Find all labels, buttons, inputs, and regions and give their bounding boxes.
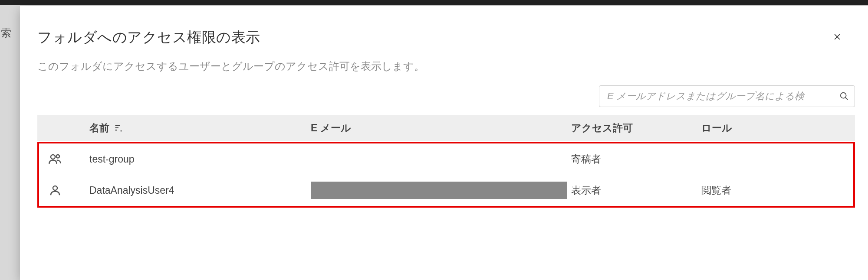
top-dark-bar <box>0 0 868 5</box>
sort-icon <box>115 124 122 133</box>
search-wrap <box>599 85 855 107</box>
modal-header: フォルダへのアクセス権限の表示 <box>20 6 868 47</box>
modal-title: フォルダへのアクセス権限の表示 <box>37 28 842 47</box>
col-role-header[interactable]: ロール <box>701 121 855 135</box>
col-role-label: ロール <box>701 122 732 133</box>
svg-rect-5 <box>115 127 119 128</box>
background-text-fragment: 索 <box>0 26 12 40</box>
svg-rect-4 <box>115 125 120 126</box>
svg-point-8 <box>51 155 55 159</box>
svg-point-2 <box>841 93 846 98</box>
access-permissions-modal: フォルダへのアクセス権限の表示 このフォルダにアクセスするユーザーとグループのア… <box>20 6 868 280</box>
table-row[interactable]: DataAnalysisUser4 表示者 閲覧者 <box>39 175 853 206</box>
svg-line-3 <box>845 98 848 100</box>
svg-point-7 <box>121 130 122 132</box>
svg-point-10 <box>53 186 57 190</box>
search-input[interactable] <box>599 85 855 107</box>
col-name-header[interactable]: 名前 <box>89 121 311 135</box>
col-permission-label: アクセス許可 <box>571 122 633 133</box>
col-email-label: E メール <box>311 122 351 133</box>
search-row <box>20 73 868 115</box>
group-icon <box>39 153 89 166</box>
svg-point-9 <box>56 155 60 158</box>
table-header-row: 名前 E メール アクセス許可 ロール <box>37 115 855 141</box>
table-row[interactable]: test-group 寄稿者 <box>39 143 853 175</box>
row-role: 閲覧者 <box>701 184 853 197</box>
email-redacted-block <box>311 182 567 199</box>
col-email-header[interactable]: E メール <box>311 121 571 135</box>
close-icon <box>833 33 842 41</box>
highlighted-rows-box: test-group 寄稿者 DataAnalysisUser4 表示者 閲覧者 <box>37 142 855 208</box>
svg-rect-6 <box>115 130 118 130</box>
col-name-label: 名前 <box>89 122 109 133</box>
row-email <box>311 182 571 199</box>
user-icon <box>39 184 89 197</box>
row-permission: 寄稿者 <box>571 153 701 166</box>
permissions-table: 名前 E メール アクセス許可 ロール <box>20 115 868 208</box>
search-icon <box>839 91 849 101</box>
row-permission: 表示者 <box>571 184 701 197</box>
row-name: DataAnalysisUser4 <box>89 185 311 196</box>
close-button[interactable] <box>831 30 844 43</box>
col-permission-header[interactable]: アクセス許可 <box>571 121 701 135</box>
row-name: test-group <box>89 153 311 165</box>
modal-subtitle: このフォルダにアクセスするユーザーとグループのアクセス許可を表示します。 <box>20 47 868 73</box>
